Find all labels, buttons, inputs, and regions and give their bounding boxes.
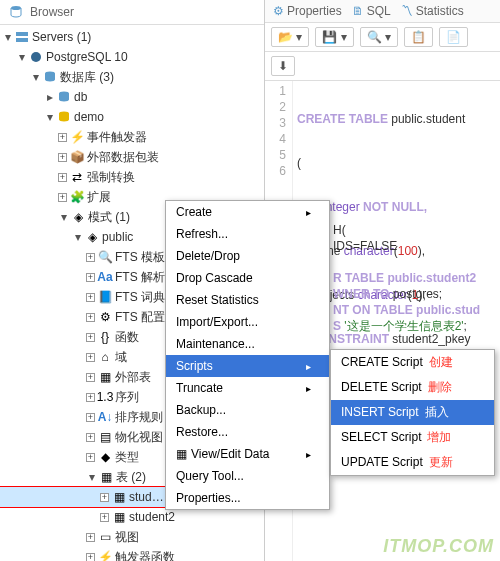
schema-icon: ◈ (84, 229, 100, 245)
sequence-icon: 1.3 (97, 389, 113, 405)
tree-node-db[interactable]: ▸db (0, 87, 264, 107)
fts-icon: 🔍 (97, 249, 113, 265)
trigger-func-icon: ⚡ (97, 549, 113, 561)
schema-icon: ◈ (70, 209, 86, 225)
tree-node-demo[interactable]: ▾demo (0, 107, 264, 127)
cast-icon: ⇄ (69, 169, 85, 185)
package-icon: 📦 (69, 149, 85, 165)
menu-query-tool[interactable]: Query Tool... (166, 465, 329, 487)
search-button[interactable]: 🔍 ▾ (360, 27, 398, 47)
tree-node-student2[interactable]: +▦student2 (0, 507, 264, 527)
scripts-submenu[interactable]: CREATE Script创建 DELETE Script删除 INSERT S… (330, 349, 495, 476)
collation-icon: A↓ (97, 409, 113, 425)
type-icon: ◆ (97, 449, 113, 465)
tab-sql[interactable]: 🗎SQL (352, 4, 391, 18)
tree-node[interactable]: +📦外部数据包装 (0, 147, 264, 167)
save-button[interactable]: 💾 ▾ (315, 27, 353, 47)
tree-node[interactable]: +⚡事件触发器 (0, 127, 264, 147)
matview-icon: ▤ (97, 429, 113, 445)
menu-refresh[interactable]: Refresh... (166, 223, 329, 245)
extension-icon: 🧩 (69, 189, 85, 205)
menu-properties[interactable]: Properties... (166, 487, 329, 509)
chevron-right-icon: ▸ (306, 361, 311, 372)
menu-create[interactable]: Create▸ (166, 201, 329, 223)
svg-point-0 (11, 6, 21, 10)
menu-drop-cascade[interactable]: Drop Cascade (166, 267, 329, 289)
menu-backup[interactable]: Backup... (166, 399, 329, 421)
menu-view-edit[interactable]: ▦View/Edit Data▸ (166, 443, 329, 465)
submenu-create-script[interactable]: CREATE Script创建 (331, 350, 494, 375)
tree-node[interactable]: +⇄强制转换 (0, 167, 264, 187)
open-button[interactable]: 📂 ▾ (271, 27, 309, 47)
table-icon: ▦ (111, 489, 127, 505)
svg-point-3 (31, 52, 41, 62)
svg-rect-1 (16, 32, 28, 36)
menu-maintenance[interactable]: Maintenance... (166, 333, 329, 355)
foreign-table-icon: ▦ (97, 369, 113, 385)
tree-node-server[interactable]: ▾PostgreSQL 10 (0, 47, 264, 67)
tab-bar: ⚙Properties 🗎SQL 〽Statistics (265, 0, 500, 23)
submenu-insert-script[interactable]: INSERT Script插入 (331, 400, 494, 425)
chevron-right-icon: ▸ (306, 207, 311, 218)
sql-fragment: H( IDS=FALSE R TABLE public.student2 WNE… (333, 222, 480, 334)
fts-icon: 📘 (97, 289, 113, 305)
bolt-icon: ⚡ (69, 129, 85, 145)
chevron-right-icon: ▸ (306, 383, 311, 394)
chevron-right-icon: ▸ (306, 449, 311, 460)
tree-node-databases[interactable]: ▾数据库 (3) (0, 67, 264, 87)
server-group-icon (14, 29, 30, 45)
menu-truncate[interactable]: Truncate▸ (166, 377, 329, 399)
fts-icon: ⚙ (97, 309, 113, 325)
properties-icon: ⚙ (273, 4, 284, 18)
database-icon (56, 109, 72, 125)
database-icon (8, 4, 24, 20)
paste-button[interactable]: 📄 (439, 27, 468, 47)
sql-toolbar: 📂 ▾ 💾 ▾ 🔍 ▾ 📋 📄 (265, 23, 500, 52)
table-icon: ▦ (176, 447, 187, 461)
svg-rect-2 (16, 38, 28, 42)
table-icon: ▦ (98, 469, 114, 485)
context-menu[interactable]: Create▸ Refresh... Delete/Drop Drop Casc… (165, 200, 330, 510)
table-icon: ▦ (111, 509, 127, 525)
submenu-update-script[interactable]: UPDATE Script更新 (331, 450, 494, 475)
menu-delete[interactable]: Delete/Drop (166, 245, 329, 267)
domain-icon: ⌂ (97, 349, 113, 365)
menu-scripts[interactable]: Scripts▸ (166, 355, 329, 377)
watermark: ITMOP.COM (383, 536, 494, 557)
database-icon (56, 89, 72, 105)
tab-statistics[interactable]: 〽Statistics (401, 4, 464, 18)
sql-toolbar-2: ⬇ (265, 52, 500, 81)
chart-icon: 〽 (401, 4, 413, 18)
view-icon: ▭ (97, 529, 113, 545)
database-icon (42, 69, 58, 85)
tab-properties[interactable]: ⚙Properties (273, 4, 342, 18)
submenu-select-script[interactable]: SELECT Script增加 (331, 425, 494, 450)
function-icon: {} (97, 329, 113, 345)
menu-reset-stats[interactable]: Reset Statistics (166, 289, 329, 311)
menu-restore[interactable]: Restore... (166, 421, 329, 443)
submenu-delete-script[interactable]: DELETE Script删除 (331, 375, 494, 400)
browser-title: Browser (30, 5, 74, 19)
copy-button[interactable]: 📋 (404, 27, 433, 47)
tree-node[interactable]: +⚡触发器函数 (0, 547, 264, 561)
sql-icon: 🗎 (352, 4, 364, 18)
download-button[interactable]: ⬇ (271, 56, 295, 76)
fts-icon: Aa (97, 269, 113, 285)
elephant-icon (28, 49, 44, 65)
tree-node[interactable]: +▭视图 (0, 527, 264, 547)
tree-node-servers[interactable]: ▾Servers (1) (0, 27, 264, 47)
browser-header: Browser (0, 0, 264, 25)
menu-import-export[interactable]: Import/Export... (166, 311, 329, 333)
